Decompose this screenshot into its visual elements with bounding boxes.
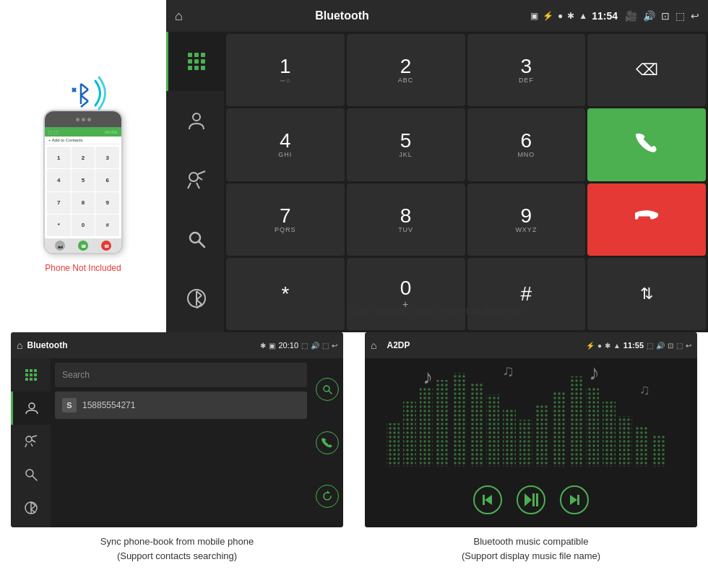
- pb-side-recent[interactable]: [11, 425, 51, 458]
- sidebar-recent-btn[interactable]: [166, 150, 224, 209]
- pb-right-actions: [311, 358, 343, 527]
- music-next-btn[interactable]: [560, 485, 589, 514]
- bt-status-icon: ✱: [567, 11, 574, 21]
- phone-camera-btn: 📷: [55, 241, 65, 251]
- music-caption-line2: (Support display music file name): [462, 549, 600, 563]
- pb-side-search[interactable]: [11, 458, 51, 491]
- music-controls: [473, 485, 589, 514]
- svg-rect-15: [201, 66, 205, 70]
- x-screen-icon[interactable]: ⊡: [661, 10, 670, 22]
- svg-rect-7: [188, 53, 192, 57]
- dialer-header: ⌂ Bluetooth ▣ ⚡ ● ✱ ▲ 11:54 🎥 🔊 ⊡ ⬚ ↩: [166, 0, 708, 32]
- music-screen-icon: ⬚: [647, 342, 653, 350]
- music-play-pause-btn[interactable]: [517, 485, 545, 514]
- key-2[interactable]: 2 ABC: [347, 34, 465, 106]
- pb-side-dialpad[interactable]: [11, 358, 51, 392]
- svg-rect-9: [201, 53, 205, 57]
- music-prev-btn[interactable]: [473, 485, 502, 514]
- music-sig-icon: ●: [597, 342, 602, 350]
- phonebook-caption-line2: (Support contacts searching): [100, 549, 254, 563]
- svg-rect-51: [436, 380, 449, 467]
- music-bt-icon: ✱: [605, 342, 610, 350]
- pb-search-bar[interactable]: Search: [55, 363, 307, 387]
- pb-vol-icon: 🔊: [311, 342, 319, 350]
- pb-sidebar: [11, 358, 51, 527]
- music-x-icon: ⊡: [668, 342, 673, 350]
- usb-icon: ⚡: [543, 11, 553, 21]
- svg-line-4: [81, 101, 88, 107]
- pb-body: Search S 15885554271: [11, 358, 343, 527]
- volume-icon[interactable]: 🔊: [643, 10, 655, 22]
- music-container: ⌂ A2DP ⚡ ● ✱ ▲ 11:55 ⬚ 🔊 ⊡ ⬚ ↩: [354, 332, 708, 574]
- key-6[interactable]: 6 MNO: [467, 108, 586, 181]
- phone-hangup-btn: ☎: [101, 241, 111, 251]
- music-home-icon[interactable]: ⌂: [371, 340, 376, 351]
- svg-line-1: [81, 84, 88, 90]
- key-call-red[interactable]: [587, 183, 706, 256]
- svg-point-16: [193, 113, 200, 121]
- svg-line-19: [199, 241, 204, 247]
- pb-screen-icon: ⬚: [301, 342, 308, 350]
- svg-rect-8: [194, 53, 199, 57]
- svg-text:♫: ♫: [502, 366, 514, 380]
- svg-marker-69: [485, 495, 492, 505]
- key-call-green[interactable]: [587, 108, 706, 181]
- svg-rect-11: [194, 59, 199, 64]
- svg-rect-56: [519, 420, 532, 467]
- key-4[interactable]: 4 GHI: [226, 108, 345, 181]
- sidebar-dialpad-btn[interactable]: [166, 32, 224, 91]
- music-time: 11:55: [623, 341, 644, 350]
- media-icon: ▣: [530, 11, 538, 21]
- sidebar-contacts-btn[interactable]: [166, 91, 224, 150]
- pb-contact-row[interactable]: S 15885554271: [55, 392, 307, 419]
- svg-line-22: [197, 291, 202, 295]
- key-backspace[interactable]: ⌫: [587, 34, 706, 106]
- dialer-keypad: 1 ∽○ 2 ABC 3 DEF ⌫ 4 GHI: [224, 32, 708, 332]
- key-3[interactable]: 3 DEF: [467, 34, 586, 106]
- svg-rect-13: [188, 66, 192, 70]
- key-5[interactable]: 5 JKL: [347, 108, 465, 181]
- pb-side-contacts[interactable]: [11, 392, 51, 425]
- sidebar-search-btn[interactable]: [166, 209, 224, 269]
- svg-rect-27: [30, 369, 33, 372]
- screen-icon[interactable]: ⬚: [675, 10, 685, 22]
- svg-rect-29: [25, 373, 28, 376]
- wifi-icon: ▲: [579, 11, 587, 21]
- add-contact-text: + Add to Contacts: [48, 138, 83, 142]
- pb-home-icon[interactable]: ⌂: [17, 340, 22, 351]
- key-8[interactable]: 8 TUV: [347, 183, 465, 256]
- svg-point-17: [189, 173, 198, 181]
- home-icon[interactable]: ⌂: [175, 9, 183, 24]
- svg-rect-60: [586, 387, 599, 467]
- pb-back-icon[interactable]: ↩: [332, 342, 337, 350]
- music-screen2-icon: ⬚: [676, 342, 683, 350]
- svg-marker-46: [327, 490, 330, 493]
- svg-rect-72: [532, 493, 535, 506]
- phone-illustration-panel: ⬚ ⬚ MORE + Add to Contacts 1 2 3 4 5 6 7…: [0, 0, 166, 332]
- music-wifi-icon: ▲: [613, 342, 621, 350]
- pb-usb-icon: ⬚: [322, 342, 329, 350]
- header-time: 11:54: [592, 10, 618, 22]
- pb-action-refresh[interactable]: [316, 485, 339, 508]
- svg-line-43: [31, 509, 35, 513]
- pb-action-call[interactable]: [316, 431, 339, 454]
- header-right-icons: 🎥 🔊 ⊡ ⬚ ↩: [625, 10, 699, 22]
- music-back-icon[interactable]: ↩: [686, 342, 691, 350]
- pb-action-search[interactable]: [316, 378, 339, 401]
- phone-device: ⬚ ⬚ MORE + Add to Contacts 1 2 3 4 5 6 7…: [43, 110, 123, 254]
- music-caption: Bluetooth music compatible (Support disp…: [462, 527, 600, 566]
- pb-side-bluetooth[interactable]: [11, 491, 51, 524]
- dialer-body: 1 ∽○ 2 ABC 3 DEF ⌫ 4 GHI: [166, 32, 708, 332]
- key-9[interactable]: 9 WXYZ: [467, 183, 586, 256]
- phonebook-caption: Sync phone-book from mobile phone (Suppo…: [100, 527, 254, 566]
- signal-dot-icon: ●: [558, 11, 563, 21]
- camera-icon[interactable]: 🎥: [625, 10, 637, 22]
- music-visualizer: ♪ ♫ ♪ ♫: [372, 366, 690, 474]
- svg-rect-49: [403, 402, 416, 467]
- svg-rect-30: [30, 373, 33, 376]
- back-icon[interactable]: ↩: [691, 10, 699, 22]
- pb-header-icons: ✱ ▣ 20:10 ⬚ 🔊 ⬚ ↩: [260, 341, 337, 350]
- svg-point-35: [29, 403, 35, 409]
- key-1[interactable]: 1 ∽○: [226, 34, 345, 106]
- key-7[interactable]: 7 PQRS: [226, 183, 345, 256]
